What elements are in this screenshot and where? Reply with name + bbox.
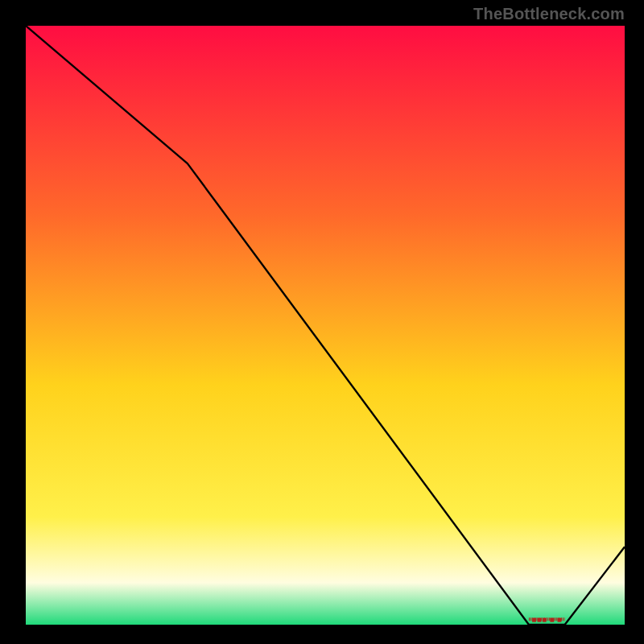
plot-svg xyxy=(26,26,625,625)
watermark-text: TheBottleneck.com xyxy=(473,5,625,23)
chart-stage: TheBottleneck.com ■■■ ■ ■ xyxy=(0,0,644,644)
plot-frame: ■■■ ■ ■ xyxy=(23,23,628,628)
flat-segment-label: ■■■ ■ ■ xyxy=(531,615,562,624)
gradient-background xyxy=(26,26,625,625)
